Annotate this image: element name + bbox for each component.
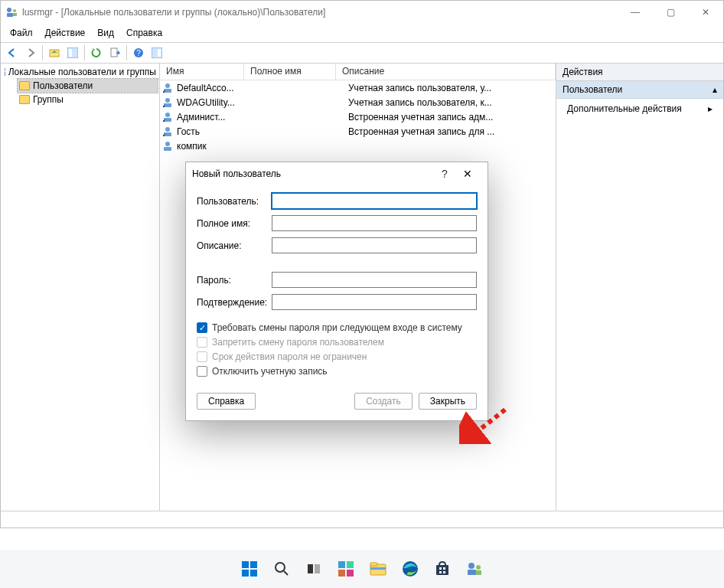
svg-rect-44 xyxy=(370,567,386,570)
export-button[interactable] xyxy=(106,44,123,61)
collapse-icon: ▴ xyxy=(713,84,717,95)
svg-rect-7 xyxy=(111,48,117,57)
edge-button[interactable] xyxy=(400,558,421,580)
svg-rect-30 xyxy=(242,561,249,568)
forward-button[interactable] xyxy=(22,44,39,61)
search-button[interactable] xyxy=(271,558,292,580)
user-input[interactable] xyxy=(272,193,477,209)
tree-users-label: Пользователи xyxy=(33,80,93,91)
chk-cannotchange-label: Запретить смену пароля пользователем xyxy=(212,337,384,348)
cell-desc: Встроенная учетная запись для ... xyxy=(348,126,556,137)
svg-rect-41 xyxy=(347,570,354,577)
checkbox-icon xyxy=(197,337,207,348)
back-button[interactable] xyxy=(4,44,21,61)
taskview-button[interactable] xyxy=(303,558,324,580)
svg-point-23 xyxy=(163,120,165,122)
tree-root[interactable]: Локальные пользователи и группы xyxy=(2,65,158,79)
svg-rect-38 xyxy=(338,561,345,568)
tree-users[interactable]: Пользователи xyxy=(18,79,158,93)
svg-rect-50 xyxy=(443,571,445,573)
dialog-close-button[interactable]: ✕ xyxy=(454,168,481,180)
explorer-button[interactable] xyxy=(367,558,389,580)
list-rows: DefaultAcco... Учетная запись пользовате… xyxy=(160,80,556,153)
user-label: Пользователь: xyxy=(197,196,272,207)
user-icon xyxy=(161,140,174,152)
col-name[interactable]: Имя xyxy=(160,64,244,80)
lusrmgr-taskbar-button[interactable] xyxy=(464,558,485,580)
svg-rect-39 xyxy=(347,561,354,568)
menu-file[interactable]: Файл xyxy=(4,26,39,40)
list-item[interactable]: WDAGUtility... Учетная запись пользовате… xyxy=(160,95,556,109)
checkbox-icon xyxy=(197,351,207,362)
dialog-titlebar: Новый пользователь ? ✕ xyxy=(186,162,488,185)
menubar: Файл Действие Вид Справка xyxy=(1,24,723,42)
cell-name: DefaultAcco... xyxy=(177,83,256,93)
password-label: Пароль: xyxy=(197,275,272,286)
svg-rect-13 xyxy=(5,72,5,76)
folder-icon xyxy=(19,95,30,104)
svg-rect-43 xyxy=(370,563,377,566)
svg-rect-52 xyxy=(468,570,476,575)
store-button[interactable] xyxy=(432,558,453,580)
fullname-label: Полное имя: xyxy=(197,218,272,229)
chk-disabled-label: Отключить учетную запись xyxy=(212,366,328,377)
svg-rect-1 xyxy=(7,13,13,17)
cell-name: Админист... xyxy=(177,112,256,122)
svg-line-35 xyxy=(284,571,288,575)
confirm-input[interactable] xyxy=(272,294,477,310)
maximize-button[interactable]: ▢ xyxy=(653,1,688,24)
statusbar xyxy=(1,511,723,528)
password-input[interactable] xyxy=(272,272,477,288)
user-icon xyxy=(161,111,174,123)
up-button[interactable] xyxy=(46,44,63,61)
dialog-title: Новый пользователь xyxy=(192,168,281,179)
menu-action[interactable]: Действие xyxy=(39,26,92,40)
window-controls: — ▢ ✕ xyxy=(618,1,723,24)
chk-disabled-row[interactable]: Отключить учетную запись xyxy=(197,366,477,377)
show-action-pane-button[interactable] xyxy=(148,44,165,61)
svg-rect-31 xyxy=(250,561,257,568)
help-button[interactable]: Справка xyxy=(197,393,256,410)
users-groups-icon xyxy=(4,67,5,77)
desc-input[interactable] xyxy=(272,237,477,253)
create-button: Создать xyxy=(354,393,413,410)
svg-text:?: ? xyxy=(136,49,141,57)
help-button[interactable]: ? xyxy=(130,44,147,61)
show-hide-tree-button[interactable] xyxy=(64,44,81,61)
svg-point-20 xyxy=(163,106,165,107)
chk-neverexpire-row: Срок действия пароля не ограничен xyxy=(197,351,477,362)
widgets-button[interactable] xyxy=(335,558,357,580)
chk-mustchange-row[interactable]: ✓ Требовать смены пароля при следующем в… xyxy=(197,322,477,333)
start-button[interactable] xyxy=(239,558,260,580)
col-desc[interactable]: Описание xyxy=(336,64,556,80)
taskbar xyxy=(0,550,724,588)
minimize-button[interactable]: — xyxy=(618,1,653,24)
svg-rect-36 xyxy=(308,564,313,573)
chk-neverexpire-label: Срок действия пароля не ограничен xyxy=(212,351,367,362)
desc-label: Описание: xyxy=(197,240,272,251)
actions-context[interactable]: Пользователи ▴ xyxy=(556,81,723,99)
checkbox-checked-icon: ✓ xyxy=(197,322,207,333)
folder-icon xyxy=(19,81,30,90)
refresh-button[interactable] xyxy=(88,44,105,61)
tree-pane[interactable]: Локальные пользователи и группы Пользова… xyxy=(1,64,160,511)
fullname-input[interactable] xyxy=(272,215,477,231)
svg-rect-54 xyxy=(476,570,481,575)
menu-help[interactable]: Справка xyxy=(120,26,168,40)
list-item[interactable]: DefaultAcco... Учетная запись пользовате… xyxy=(160,80,556,95)
dialog-help-button[interactable]: ? xyxy=(435,168,454,180)
list-item[interactable]: Гость Встроенная учетная запись для ... xyxy=(160,124,556,139)
actions-more[interactable]: Дополнительные действия ▸ xyxy=(556,99,723,119)
confirm-label: Подтверждение: xyxy=(197,297,272,308)
list-item[interactable]: компик xyxy=(160,139,556,153)
menu-view[interactable]: Вид xyxy=(91,26,120,40)
cell-name: компик xyxy=(177,141,256,152)
user-icon xyxy=(161,82,174,94)
chk-mustchange-label: Требовать смены пароля при следующем вхо… xyxy=(212,322,462,333)
svg-point-12 xyxy=(5,67,5,72)
tree-groups[interactable]: Группы xyxy=(18,93,158,106)
list-item[interactable]: Админист... Встроенная учетная запись ад… xyxy=(160,109,556,124)
svg-rect-3 xyxy=(13,13,17,16)
close-button[interactable]: ✕ xyxy=(688,1,723,24)
col-fullname[interactable]: Полное имя xyxy=(244,64,336,80)
